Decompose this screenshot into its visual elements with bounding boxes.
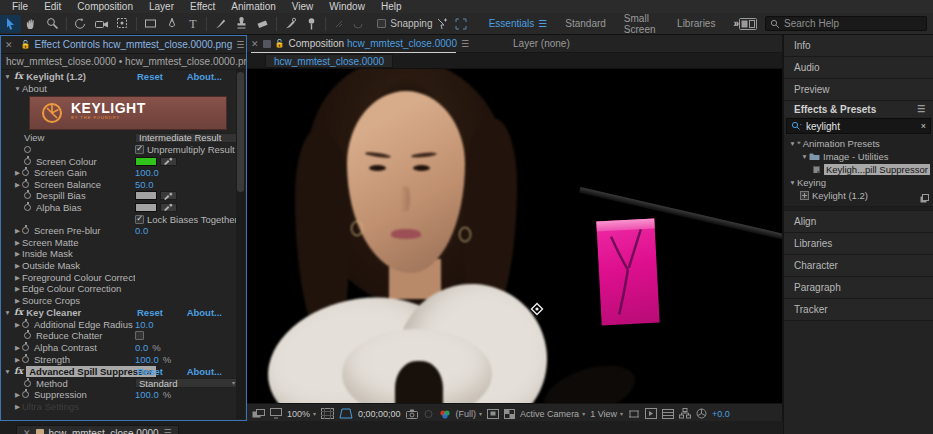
colour-swatch[interactable] bbox=[135, 157, 157, 166]
checkbox[interactable] bbox=[135, 215, 144, 224]
group-label[interactable]: About bbox=[22, 83, 47, 94]
close-icon[interactable]: ✕ bbox=[23, 428, 31, 434]
about-link[interactable]: About... bbox=[187, 366, 222, 377]
mask-feather-tool-icon[interactable] bbox=[329, 15, 348, 33]
menu-layer[interactable]: Layer bbox=[141, 0, 182, 13]
effect-controls-tab[interactable]: Effect Controls hcw_mmtest_close.0000.pn… bbox=[35, 39, 233, 50]
reset-exposure-icon[interactable] bbox=[696, 408, 707, 419]
panel-tab-character[interactable]: Character bbox=[784, 255, 933, 277]
panel-menu-icon[interactable]: ☰ bbox=[917, 104, 925, 114]
reset-link[interactable]: Reset bbox=[137, 366, 163, 377]
eraser-tool-icon[interactable] bbox=[252, 15, 273, 33]
tree-item-keyligh-pill-suppressor[interactable]: Keyligh...pill Suppressor bbox=[784, 163, 933, 176]
group-label[interactable]: Screen Matte bbox=[22, 237, 79, 248]
tree-item-image-utilities[interactable]: ▼Image - Utilities bbox=[784, 150, 933, 163]
dropdown-view[interactable]: Intermediate Result▾ bbox=[135, 133, 236, 143]
brush-tool-icon[interactable] bbox=[210, 15, 231, 33]
show-snapshot-icon[interactable] bbox=[423, 409, 434, 419]
menu-file[interactable]: File bbox=[4, 0, 36, 13]
checkbox[interactable] bbox=[135, 331, 144, 340]
dropdown-method[interactable]: Standard▾ bbox=[135, 378, 236, 388]
panel-resize-icon[interactable] bbox=[920, 194, 929, 203]
group-label[interactable]: Outside Mask bbox=[22, 260, 80, 271]
workspace-small-screen[interactable]: Small Screen bbox=[624, 13, 659, 35]
property-value[interactable]: 0.0 bbox=[135, 225, 148, 236]
stopwatch-icon[interactable] bbox=[24, 158, 31, 165]
twirl-icon[interactable]: ▶ bbox=[13, 237, 22, 248]
composition-tab[interactable]: Composition hcw_mmtest_close.0000 bbox=[289, 38, 457, 49]
menu-window[interactable]: Window bbox=[321, 0, 373, 13]
hand-tool-icon[interactable] bbox=[21, 15, 42, 33]
fast-previews-icon[interactable] bbox=[645, 408, 657, 419]
viewer-lock-icon[interactable] bbox=[252, 409, 265, 419]
checkbox[interactable] bbox=[135, 145, 144, 154]
panel-menu-icon[interactable]: ☰ bbox=[164, 428, 172, 434]
group-label[interactable]: Edge Colour Correction bbox=[22, 283, 121, 294]
twirl-icon[interactable]: ▶ bbox=[13, 319, 22, 330]
stopwatch-icon[interactable] bbox=[24, 192, 31, 199]
search-help-field[interactable]: Search Help bbox=[765, 16, 927, 31]
twirl-icon[interactable]: ▶ bbox=[13, 272, 22, 283]
twirl-icon[interactable]: ▶ bbox=[13, 401, 22, 412]
pan-behind-tool-icon[interactable] bbox=[112, 15, 133, 33]
menu-help[interactable]: Help bbox=[373, 0, 410, 13]
twirl-icon[interactable]: ▶ bbox=[13, 225, 22, 236]
panel-tab-align[interactable]: Align bbox=[784, 211, 933, 233]
colour-swatch[interactable] bbox=[135, 191, 157, 200]
menu-animation[interactable]: Animation bbox=[223, 0, 283, 13]
effect-header-key-cleaner[interactable]: ▼fxKey CleanerResetAbout... bbox=[1, 306, 236, 319]
clone-stamp-tool-icon[interactable] bbox=[231, 15, 252, 33]
panel-tab-audio[interactable]: Audio bbox=[784, 57, 933, 79]
panel-tab-preview[interactable]: Preview bbox=[784, 79, 933, 101]
workspace-essentials[interactable]: Essentials bbox=[489, 18, 535, 29]
stopwatch-icon[interactable] bbox=[24, 332, 31, 339]
stopwatch-icon[interactable] bbox=[24, 146, 31, 153]
eyedropper-icon[interactable] bbox=[160, 191, 177, 200]
twirl-icon[interactable]: ▶ bbox=[13, 283, 22, 294]
stopwatch-icon[interactable] bbox=[24, 380, 31, 387]
twirl-icon[interactable]: ▶ bbox=[13, 295, 22, 306]
eyedropper-icon[interactable] bbox=[160, 203, 177, 212]
camera-view-menu[interactable]: Active Camera▾ bbox=[520, 409, 585, 419]
stopwatch-icon[interactable] bbox=[22, 356, 29, 363]
eyedropper-icon[interactable] bbox=[160, 157, 177, 166]
panel-tab-tracker[interactable]: Tracker bbox=[784, 299, 933, 321]
stopwatch-icon[interactable] bbox=[22, 169, 29, 176]
effects-presets-search[interactable]: keylight × bbox=[786, 118, 931, 134]
view-layout-menu[interactable]: 1 View▾ bbox=[590, 409, 623, 419]
transparency-grid-icon[interactable] bbox=[504, 409, 515, 419]
workspace-libraries[interactable]: Libraries bbox=[677, 18, 715, 29]
flowchart-icon[interactable] bbox=[679, 408, 691, 419]
menu-composition[interactable]: Composition bbox=[69, 0, 141, 13]
exposure-value[interactable]: +0.0 bbox=[712, 409, 730, 419]
menu-view[interactable]: View bbox=[284, 0, 322, 13]
group-label[interactable]: Inside Mask bbox=[22, 248, 73, 259]
panel-tab-info[interactable]: Info bbox=[784, 35, 933, 57]
effect-header-keylight-1-2[interactable]: ▼fxKeylight (1.2)ResetAbout... bbox=[1, 70, 236, 83]
about-link[interactable]: About... bbox=[187, 307, 222, 318]
show-channel-icon[interactable] bbox=[439, 409, 451, 419]
tree-item-animation-presets[interactable]: ▼*Animation Presets bbox=[784, 137, 933, 150]
workspace-standard[interactable]: Standard bbox=[565, 18, 606, 29]
property-value[interactable]: 100.0 bbox=[135, 389, 159, 400]
property-value[interactable]: 50.0 bbox=[135, 179, 154, 190]
snap-pointer-icon[interactable] bbox=[432, 15, 451, 33]
close-icon[interactable]: ✕ bbox=[251, 39, 259, 49]
effect-header-advanced-spill-suppressor[interactable]: ▼fxAdvanced Spill SuppressorResetAbout..… bbox=[1, 365, 236, 378]
twirl-icon[interactable]: ▶ bbox=[13, 354, 22, 365]
timeline-button-icon[interactable] bbox=[662, 409, 674, 419]
clear-search-icon[interactable]: × bbox=[921, 121, 926, 131]
group-label[interactable]: Foreground Colour Correction bbox=[22, 272, 135, 283]
zoom-tool-icon[interactable] bbox=[42, 15, 63, 33]
type-tool-icon[interactable]: T bbox=[182, 15, 203, 33]
twirl-icon[interactable]: ▶ bbox=[13, 248, 22, 259]
stopwatch-icon[interactable] bbox=[22, 391, 29, 398]
twirl-icon[interactable]: ▼ bbox=[3, 366, 12, 377]
pixel-aspect-icon[interactable] bbox=[628, 409, 640, 419]
twirl-icon[interactable]: ▶ bbox=[13, 260, 22, 271]
stopwatch-icon[interactable] bbox=[22, 181, 29, 188]
reset-link[interactable]: Reset bbox=[137, 307, 163, 318]
magnification-menu[interactable]: 100%▾ bbox=[287, 409, 316, 419]
region-of-interest-icon[interactable] bbox=[339, 408, 353, 419]
hand-secondary-tool-icon[interactable] bbox=[348, 15, 367, 33]
